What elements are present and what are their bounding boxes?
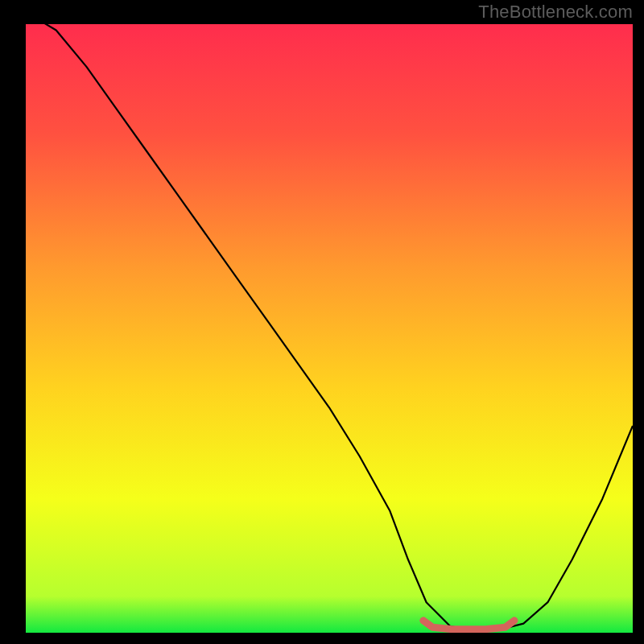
chart-container: TheBottleneck.com (0, 0, 644, 644)
plot-background (26, 24, 633, 633)
bottleneck-chart (0, 0, 644, 644)
